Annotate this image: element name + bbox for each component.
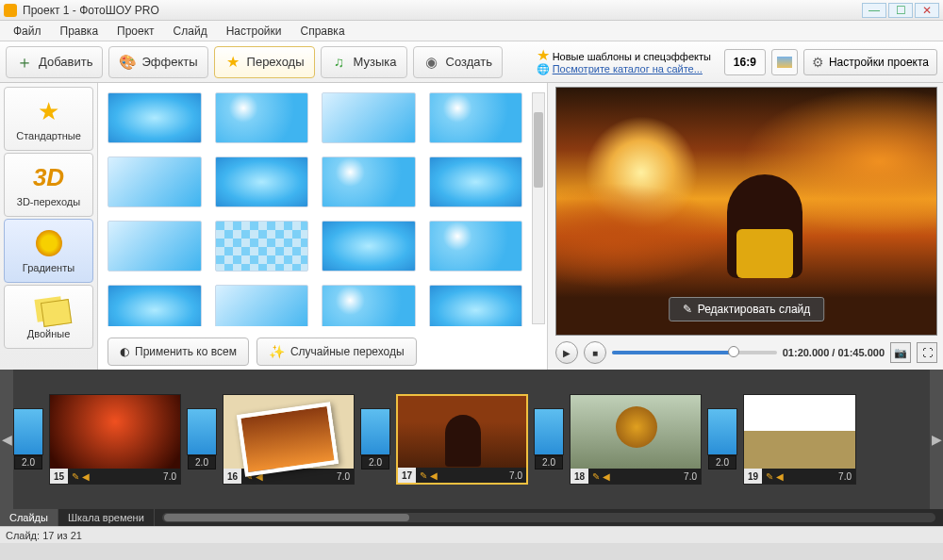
menubar: Файл Правка Проект Слайд Настройки Справ… xyxy=(0,21,943,41)
transition-thumb[interactable] xyxy=(322,285,416,326)
timeline-scroll-left[interactable]: ◀ xyxy=(0,370,13,509)
transition-thumb[interactable] xyxy=(215,92,309,143)
play-button[interactable]: ▶ xyxy=(555,341,578,364)
stop-button[interactable]: ■ xyxy=(584,341,606,364)
transition-item[interactable]: 2.0 xyxy=(707,408,737,455)
star-icon: ★ xyxy=(34,96,64,126)
aspect-ratio-button[interactable]: 16:9 xyxy=(724,49,766,75)
timeline-strip: ◀ 2.0 15✎◀7.0 2.0 16✎◀7.0 2.0 17✎◀7.0 2.… xyxy=(0,370,943,509)
preview-panel: ✎ Редактировать слайд ▶ ■ 01:20.000 / 01… xyxy=(547,83,943,370)
timeline-hscroll[interactable] xyxy=(162,513,935,522)
timeline-tabs: Слайды Шкала времени xyxy=(0,509,943,526)
palette-icon: 🎨 xyxy=(119,54,136,71)
tab-timescale[interactable]: Шкала времени xyxy=(58,509,155,526)
music-tab[interactable]: ♫ Музыка xyxy=(321,46,407,78)
timeline-slide[interactable]: 19✎◀7.0 xyxy=(743,394,856,485)
transition-thumb[interactable] xyxy=(322,221,416,272)
add-icon: ＋ xyxy=(16,54,33,71)
menu-settings[interactable]: Настройки xyxy=(219,23,290,40)
random-transitions-button[interactable]: ✨ Случайные переходы xyxy=(256,338,417,366)
category-gradients[interactable]: Градиенты xyxy=(4,219,93,283)
sound-icon: ◀ xyxy=(82,471,90,482)
menu-help[interactable]: Справка xyxy=(292,23,352,40)
maximize-button[interactable]: ☐ xyxy=(888,3,913,18)
edit-slide-button[interactable]: ✎ Редактировать слайд xyxy=(669,297,825,321)
close-button[interactable]: ✕ xyxy=(915,3,939,18)
app-icon xyxy=(4,4,17,17)
timeline-slide[interactable]: 18✎◀7.0 xyxy=(570,394,702,485)
pencil-icon: ✎ xyxy=(72,471,79,482)
minimize-button[interactable]: — xyxy=(862,3,886,18)
snapshot-button[interactable]: 📷 xyxy=(890,342,911,363)
transitions-tab[interactable]: ★ Переходы xyxy=(214,46,315,78)
player-controls: ▶ ■ 01:20.000 / 01:45.000 📷 ⛶ xyxy=(555,336,937,366)
transition-thumb[interactable] xyxy=(108,285,202,326)
create-tab[interactable]: ◉ Создать xyxy=(413,46,503,78)
menu-slide[interactable]: Слайд xyxy=(166,23,215,40)
promo-line1: Новые шаблоны и спецэффекты xyxy=(553,51,711,62)
timeline-slide[interactable]: 16✎◀7.0 xyxy=(223,394,355,485)
transition-thumb[interactable] xyxy=(429,285,523,326)
timeline-slide-selected[interactable]: 17✎◀7.0 xyxy=(396,394,528,485)
transition-thumb[interactable] xyxy=(108,221,202,272)
pencil-icon: ✎ xyxy=(683,303,692,316)
3d-icon: 3D xyxy=(34,162,64,192)
project-settings-button[interactable]: ⚙ Настройки проекта xyxy=(803,49,937,75)
menu-file[interactable]: Файл xyxy=(6,23,49,40)
effects-label: Эффекты xyxy=(141,55,197,69)
status-text: Слайд: 17 из 21 xyxy=(6,530,82,541)
star-icon: ★ xyxy=(224,54,241,71)
preview-viewport[interactable]: ✎ Редактировать слайд xyxy=(555,87,937,336)
monitor-icon xyxy=(777,57,792,68)
timeline: ◀ 2.0 15✎◀7.0 2.0 16✎◀7.0 2.0 17✎◀7.0 2.… xyxy=(0,370,943,526)
transition-item[interactable]: 2.0 xyxy=(360,408,390,455)
transition-thumb[interactable] xyxy=(322,92,416,143)
fullscreen-button[interactable]: ⛶ xyxy=(917,342,937,363)
promo-box: ★ Новые шаблоны и спецэффекты 🌐 Посмотри… xyxy=(537,49,711,75)
timecode: 01:20.000 / 01:45.000 xyxy=(783,347,885,358)
transition-thumb[interactable] xyxy=(108,92,202,143)
transition-thumb[interactable] xyxy=(322,156,416,207)
add-button[interactable]: ＋ Добавить xyxy=(6,46,103,78)
seek-bar[interactable] xyxy=(612,351,777,354)
transition-item[interactable]: 2.0 xyxy=(534,408,564,455)
apply-all-button[interactable]: ◐ Применить ко всем xyxy=(108,338,249,366)
gallery-scrollbar[interactable] xyxy=(532,92,545,324)
transition-thumb[interactable] xyxy=(215,156,309,207)
effects-tab[interactable]: 🎨 Эффекты xyxy=(108,46,207,78)
transition-thumb[interactable] xyxy=(429,221,523,272)
transition-item[interactable]: 2.0 xyxy=(187,408,217,455)
transitions-gallery: ◐ Применить ко всем ✨ Случайные переходы xyxy=(98,83,547,370)
transitions-label: Переходы xyxy=(247,55,305,69)
transition-thumb[interactable] xyxy=(429,156,523,207)
category-double[interactable]: Двойные xyxy=(4,285,93,349)
promo-link[interactable]: Посмотрите каталог на сайте... xyxy=(553,63,703,74)
menu-project[interactable]: Проект xyxy=(109,23,162,40)
top-toolbar: ＋ Добавить 🎨 Эффекты ★ Переходы ♫ Музыка… xyxy=(0,41,943,83)
apply-icon: ◐ xyxy=(120,345,129,358)
transition-thumb[interactable] xyxy=(429,92,523,143)
category-standard[interactable]: ★ Стандартные xyxy=(4,87,93,151)
timeline-scroll-right[interactable]: ▶ xyxy=(930,370,943,509)
transition-thumb[interactable] xyxy=(108,156,202,207)
transition-item[interactable]: 2.0 xyxy=(13,408,43,455)
category-3d[interactable]: 3D 3D-переходы xyxy=(4,153,93,217)
status-bar: Слайд: 17 из 21 xyxy=(0,526,943,543)
tab-slides[interactable]: Слайды xyxy=(0,509,58,526)
create-label: Создать xyxy=(446,55,492,69)
titlebar: Проект 1 - ФотоШОУ PRO — ☐ ✕ xyxy=(0,0,943,21)
monitor-button[interactable] xyxy=(771,49,798,75)
menu-edit[interactable]: Правка xyxy=(53,23,107,40)
gear-icon: ⚙ xyxy=(812,55,824,70)
transition-thumb[interactable] xyxy=(215,221,309,272)
transition-thumb[interactable] xyxy=(215,285,309,326)
music-icon: ♫ xyxy=(331,54,348,71)
work-area: ★ Стандартные 3D 3D-переходы Градиенты Д… xyxy=(0,83,943,370)
star-icon: ★ xyxy=(537,47,550,63)
seek-knob[interactable] xyxy=(728,346,739,357)
timeline-slide[interactable]: 15✎◀7.0 xyxy=(49,394,181,485)
double-icon xyxy=(34,294,64,324)
category-sidebar: ★ Стандартные 3D 3D-переходы Градиенты Д… xyxy=(0,83,98,370)
thumbnail-grid xyxy=(108,92,541,326)
wand-icon: ✨ xyxy=(269,344,285,359)
